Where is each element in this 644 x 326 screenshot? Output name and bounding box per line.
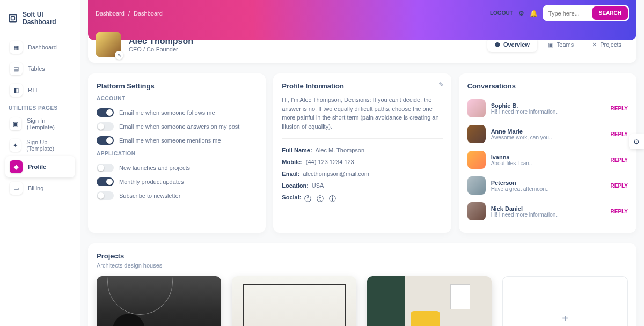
sidebar-item-tables[interactable]: ▤ Tables (5, 58, 75, 79)
twitter-icon[interactable]: ⓣ (317, 194, 324, 204)
sidebar-item-rtl[interactable]: ◧ RTL (5, 79, 75, 101)
card-title: Platform Settings (97, 82, 257, 90)
new-project-button[interactable]: + New project (502, 276, 628, 326)
svg-rect-1 (11, 17, 15, 20)
sidebar-item-signup[interactable]: ✦ Sign Up (Template) (5, 135, 75, 156)
avatar (467, 125, 486, 143)
reply-button[interactable]: REPLY (611, 209, 628, 214)
search-input[interactable] (543, 6, 591, 20)
info-field-fullname: Full Name: Alec M. Thompson (282, 144, 442, 156)
content-row: Platform Settings ACCOUNT Email me when … (88, 73, 636, 233)
toggle-answers[interactable] (97, 122, 114, 131)
projects-subtitle: Architects design houses (97, 262, 628, 269)
sidebar-item-profile[interactable]: ◆ Profile (5, 156, 75, 177)
conversation-name: Nick Daniel (491, 205, 605, 212)
conversation-row: Peterson Have a great afternoon.. REPLY (467, 173, 628, 198)
sidebar-item-signin[interactable]: ▣ Sign In (Template) (5, 113, 75, 135)
reply-button[interactable]: REPLY (611, 131, 628, 137)
project-item[interactable]: Project #2 Modern (97, 276, 221, 326)
setting-row: Email me when someone mentions me (97, 134, 257, 147)
sidebar-item-dashboard[interactable]: ▦ Dashboard (5, 36, 75, 58)
platform-settings-card: Platform Settings ACCOUNT Email me when … (88, 73, 266, 233)
field-key: Mobile: (282, 159, 303, 165)
logout-button[interactable]: LOGOUT (490, 10, 513, 16)
settings-app-label: APPLICATION (97, 151, 257, 157)
setting-row: Email me when someone answers on my post (97, 120, 257, 134)
conversation-msg: About files I can.. (491, 160, 605, 166)
settings-account-label: ACCOUNT (97, 95, 257, 101)
toggle-mentions[interactable] (97, 136, 114, 145)
field-value: USA (312, 182, 324, 189)
config-float-button[interactable]: ⚙ (629, 134, 644, 149)
project-item[interactable]: Project #1 Scandinavian (232, 276, 356, 326)
breadcrumb-root[interactable]: Dashboard (96, 10, 125, 17)
toggle-updates[interactable] (97, 177, 114, 186)
gear-icon: ⚙ (633, 138, 640, 146)
projects-card: Projects Architects design houses Projec… (88, 243, 636, 326)
gear-icon[interactable]: ⚙ (518, 10, 524, 17)
topbar-right: LOGOUT ⚙ 🔔 SEARCH (490, 5, 629, 21)
setting-label: Email me when someone follows me (119, 109, 215, 116)
conversation-msg: Awesome work, can you.. (491, 135, 605, 140)
sidebar-item-label: Sign In (Template) (27, 117, 71, 130)
edit-icon[interactable]: ✎ (438, 81, 444, 88)
bell-icon[interactable]: 🔔 (530, 10, 538, 17)
project-image (232, 276, 356, 326)
tab-label: Teams (557, 41, 574, 48)
field-key: Social: (282, 194, 301, 204)
topbar: Dashboard / Dashboard LOGOUT ⚙ 🔔 SEARCH (96, 5, 629, 21)
sidebar-item-label: Dashboard (28, 44, 57, 50)
field-value: Alec M. Thompson (316, 147, 365, 153)
info-field-social: Social: ⓕ ⓣ ⓘ (282, 191, 442, 206)
search-button[interactable]: SEARCH (592, 6, 628, 20)
tools-icon: ✕ (592, 41, 597, 48)
sidebar-item-billing[interactable]: ▭ Billing (5, 177, 75, 199)
sidebar-item-label: RTL (28, 87, 39, 93)
edit-avatar-button[interactable]: ✎ (115, 51, 123, 60)
avatar (467, 99, 486, 117)
profile-role: CEO / Co-Founder (129, 46, 193, 53)
profile-bio: Hi, I'm Alec Thompson, Decisions: If you… (282, 95, 442, 131)
setting-row: Subscribe to newsletter (97, 189, 257, 203)
conversation-row: Sophie B. Hi! I need more information.. … (467, 95, 628, 121)
toggle-launches[interactable] (97, 164, 114, 172)
info-field-mobile: Mobile: (44) 123 1234 123 (282, 156, 442, 168)
card-title: Profile Information (282, 82, 442, 90)
setting-label: Subscribe to newsletter (119, 192, 180, 199)
setting-row: Email me when someone follows me (97, 106, 257, 120)
tab-label: Overview (503, 41, 530, 48)
billing-icon: ▭ (10, 182, 23, 195)
field-value: (44) 123 1234 123 (306, 159, 354, 165)
reply-button[interactable]: REPLY (611, 157, 628, 163)
setting-row: Monthly product updates (97, 175, 257, 189)
tables-icon: ▤ (10, 62, 23, 75)
conversation-msg: Hi! I need more information.. (491, 109, 605, 115)
signin-icon: ▣ (10, 117, 21, 130)
app-logo[interactable]: Soft UI Dashboard (5, 6, 75, 36)
toggle-newsletter[interactable] (97, 191, 114, 200)
search-group: SEARCH (543, 5, 629, 21)
conversation-msg: Hi! I need more information.. (491, 212, 605, 218)
instagram-icon[interactable]: ⓘ (329, 194, 336, 204)
facebook-icon[interactable]: ⓕ (304, 194, 311, 204)
tab-label: Projects (600, 41, 621, 48)
field-value: alecthompson@mail.com (303, 171, 369, 177)
project-image (97, 276, 221, 326)
avatar (467, 202, 486, 220)
logo-icon (8, 12, 18, 24)
sidebar-item-label: Billing (28, 185, 43, 191)
profile-info-card: ✎ Profile Information Hi, I'm Alec Thomp… (273, 73, 451, 233)
setting-row: New launches and projects (97, 161, 257, 175)
conversation-msg: Have a great afternoon.. (491, 186, 605, 192)
avatar (467, 151, 486, 169)
reply-button[interactable]: REPLY (611, 183, 628, 189)
header-banner: Dashboard / Dashboard LOGOUT ⚙ 🔔 SEARCH (88, 0, 636, 40)
toggle-follows[interactable] (97, 108, 114, 117)
reply-button[interactable]: REPLY (611, 106, 628, 112)
field-key: Email: (282, 171, 299, 177)
conversation-row: Nick Daniel Hi! I need more information.… (467, 198, 628, 224)
sidebar-item-label: Sign Up (Template) (26, 139, 71, 152)
sidebar-section-label: UTILITIES PAGES (5, 101, 75, 113)
project-item[interactable]: Project #3 Minimalist (367, 276, 492, 326)
cube-icon: ⬢ (495, 41, 500, 48)
